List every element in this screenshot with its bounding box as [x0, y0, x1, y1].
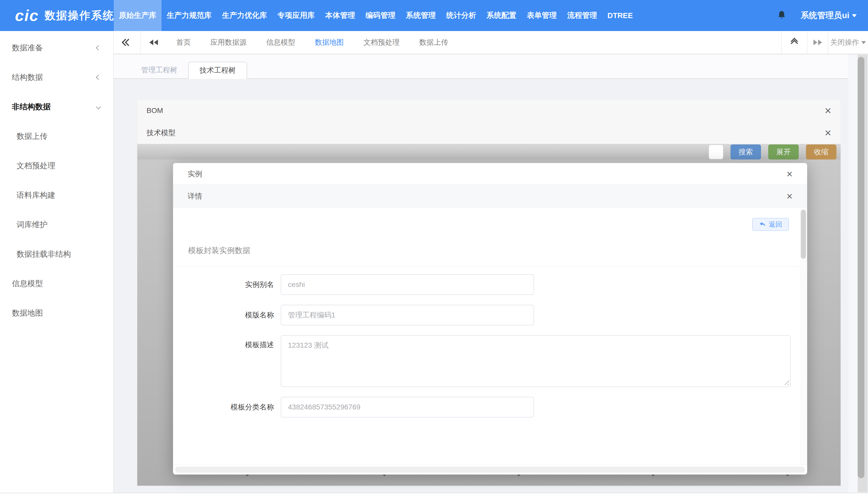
- modal-title: 实例: [188, 169, 202, 179]
- close-icon[interactable]: ×: [787, 169, 793, 179]
- sidebar-item-label: 数据地图: [12, 308, 43, 318]
- nav-item-表单管理[interactable]: 表单管理: [521, 0, 562, 31]
- sidebar-item-语料库构建[interactable]: 语料库构建: [0, 181, 113, 210]
- nav-item-本体管理[interactable]: 本体管理: [320, 0, 360, 31]
- sidebar-item-数据挂载非结构[interactable]: 数据挂载非结构: [0, 239, 113, 269]
- back-button-label: 返回: [769, 220, 782, 229]
- app-screen: cic 数据操作系统 原始生产库 生产力规范库 生产力优化库 专项应用库 本体管…: [0, 0, 868, 502]
- nav-item-编码管理[interactable]: 编码管理: [360, 0, 401, 31]
- tree-row-技术模型[interactable]: 技术模型 ×: [137, 122, 840, 144]
- search-button[interactable]: 搜索: [731, 144, 761, 160]
- close-operations-dropdown[interactable]: 关闭操作: [828, 31, 868, 54]
- section-title: 模板封装实例数据: [188, 245, 807, 256]
- sidebar-item-词库维护[interactable]: 词库维护: [0, 210, 113, 239]
- sidebar-item-数据上传[interactable]: 数据上传: [0, 122, 113, 151]
- sidebar-collapse-button[interactable]: [114, 31, 141, 54]
- close-icon[interactable]: ×: [787, 191, 793, 201]
- tree-tabstrip: 管理工程树 技术工程树: [114, 54, 848, 79]
- nav-item-生产力优化库[interactable]: 生产力优化库: [217, 0, 272, 31]
- chevron-down-icon: [861, 41, 866, 47]
- sidebar-item-数据准备[interactable]: 数据准备: [0, 33, 113, 63]
- close-operations-label: 关闭操作: [830, 38, 859, 47]
- page-footer-band: [0, 493, 868, 502]
- expand-button[interactable]: 展开: [768, 144, 799, 160]
- page-scrollbar[interactable]: [858, 55, 867, 492]
- nav-item-流程管理[interactable]: 流程管理: [562, 0, 602, 31]
- form-row-实例别名: 实例别名: [173, 274, 807, 295]
- page-scrollbar-thumb[interactable]: [858, 57, 864, 478]
- tree-row-label: 技术模型: [147, 128, 176, 138]
- crumb-文档预处理[interactable]: 文档预处理: [354, 31, 410, 54]
- nav-item-统计分析[interactable]: 统计分析: [441, 0, 481, 31]
- collapse-button[interactable]: 收缩: [806, 144, 836, 160]
- tree-search-input[interactable]: [709, 145, 723, 159]
- chevron-left-icon: [96, 75, 101, 80]
- sidebar-item-非结构数据[interactable]: 非结构数据: [0, 92, 113, 122]
- back-button[interactable]: 返回: [752, 218, 789, 231]
- nav-item-生产力规范库[interactable]: 生产力规范库: [162, 0, 217, 31]
- double-chevron-up-icon: [792, 39, 797, 46]
- crumb-信息模型[interactable]: 信息模型: [256, 31, 305, 54]
- nav-item-dtree[interactable]: DTREE: [602, 0, 638, 31]
- sidebar-item-label: 数据挂载非结构: [17, 249, 71, 259]
- template-name-input[interactable]: [281, 305, 534, 326]
- form-row-模板描述: 模板描述 123123 测试: [173, 335, 807, 387]
- template-description-textarea[interactable]: 123123 测试: [281, 335, 791, 387]
- tab-技术工程树[interactable]: 技术工程树: [188, 62, 247, 79]
- instance-alias-input[interactable]: [281, 274, 534, 295]
- sidebar-item-label: 非结构数据: [12, 102, 51, 112]
- field-label: 模板分类名称: [173, 402, 274, 412]
- scroll-top-button[interactable]: [781, 31, 807, 54]
- tree-row-bom[interactable]: BOM ×: [137, 100, 840, 122]
- modal-hscrollbar-thumb[interactable]: [175, 467, 805, 472]
- instance-form: 实例别名 模版名称 模板描述 123123 测试: [173, 267, 807, 418]
- user-menu[interactable]: 系统管理员ui: [801, 10, 857, 21]
- sidebar-item-label: 语料库构建: [17, 190, 55, 201]
- nav-item-系统配置[interactable]: 系统配置: [481, 0, 521, 31]
- sidebar-item-label: 信息模型: [12, 278, 43, 289]
- double-arrow-right-icon: [814, 40, 822, 45]
- instance-modal: 实例 × 详情 × 返回: [173, 163, 807, 474]
- nav-item-系统管理[interactable]: 系统管理: [401, 0, 441, 31]
- sidebar-item-结构数据[interactable]: 结构数据: [0, 63, 113, 92]
- brand-logo: cic: [15, 8, 39, 23]
- bell-icon[interactable]: [777, 10, 786, 21]
- breadcrumb: 首页 应用数据源 信息模型 数据地图 文档预处理 数据上传: [166, 31, 458, 54]
- crumb-数据地图[interactable]: 数据地图: [305, 31, 354, 54]
- breadcrumb-right-controls: 关闭操作: [781, 31, 868, 54]
- sidebar: 数据准备 结构数据 非结构数据 数据上传 文档预处理 语料库构建 词库维护 数据…: [0, 31, 114, 493]
- form-row-模板分类名称: 模板分类名称: [173, 397, 807, 418]
- tab-管理工程树[interactable]: 管理工程树: [130, 62, 188, 78]
- sidebar-item-文档预处理[interactable]: 文档预处理: [0, 151, 113, 181]
- field-label: 模板描述: [173, 335, 274, 350]
- crumb-应用数据源[interactable]: 应用数据源: [200, 31, 256, 54]
- sidebar-item-label: 数据上传: [17, 131, 48, 142]
- template-category-input[interactable]: [281, 397, 534, 418]
- tabs-scroll-right-button[interactable]: [807, 31, 828, 54]
- tabs-scroll-left-button[interactable]: [141, 31, 166, 54]
- nav-item-原始生产库[interactable]: 原始生产库: [114, 0, 162, 31]
- sidebar-item-label: 词库维护: [17, 219, 48, 230]
- breadcrumb-bar: 首页 应用数据源 信息模型 数据地图 文档预处理 数据上传 关闭操作: [114, 31, 868, 54]
- chevron-down-icon: [852, 14, 857, 20]
- modal-hscrollbar[interactable]: [173, 465, 807, 474]
- sidebar-item-信息模型[interactable]: 信息模型: [0, 269, 113, 298]
- modal-body: 返回 模板封装实例数据 实例别名 模版名称 模板描述: [173, 207, 807, 465]
- topbar-right: 系统管理员ui: [777, 0, 868, 31]
- tree-toolbar: 搜索 展开 收缩: [137, 144, 840, 160]
- crumb-首页[interactable]: 首页: [166, 31, 200, 54]
- user-name: 系统管理员ui: [801, 10, 849, 21]
- field-label: 模版名称: [173, 310, 274, 320]
- modal-scrollbar-thumb[interactable]: [801, 209, 806, 259]
- form-row-模版名称: 模版名称: [173, 305, 807, 326]
- close-icon[interactable]: ×: [825, 105, 831, 116]
- close-icon[interactable]: ×: [825, 127, 831, 139]
- nav-item-专项应用库[interactable]: 专项应用库: [272, 0, 320, 31]
- crumb-数据上传[interactable]: 数据上传: [410, 31, 458, 54]
- content-right-gutter: [848, 54, 858, 493]
- tree-row-label: BOM: [147, 106, 163, 115]
- modal-header: 实例 ×: [173, 163, 807, 185]
- sidebar-item-数据地图[interactable]: 数据地图: [0, 298, 113, 328]
- modal-scrollbar[interactable]: [800, 207, 807, 465]
- app-title: 数据操作系统: [44, 8, 114, 23]
